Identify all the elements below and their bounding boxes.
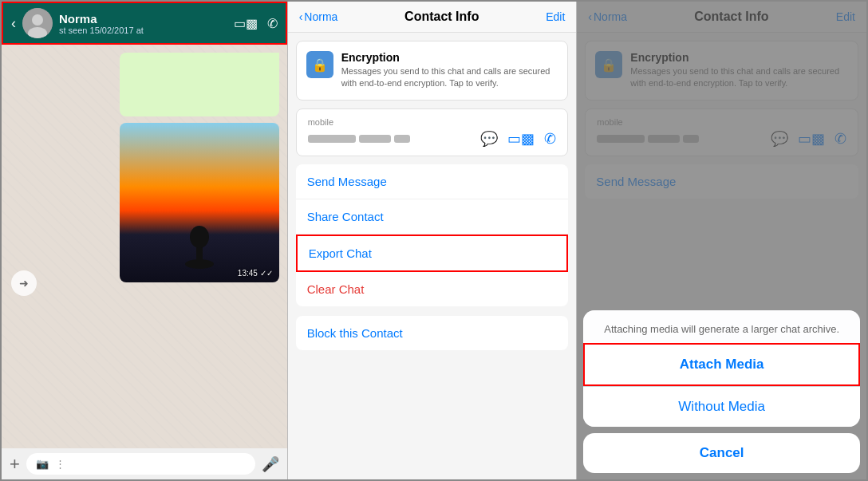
back-to-chat-link[interactable]: ‹ Norma <box>299 10 338 23</box>
contact-status: st seen 15/02/2017 at <box>59 26 227 35</box>
lock-icon: 🔒 <box>306 51 333 78</box>
encryption-title: Encryption <box>341 51 558 64</box>
image-timestamp: 13:45 ✓✓ <box>238 269 273 278</box>
svg-point-1 <box>32 14 43 26</box>
video-icon[interactable]: ▭▩ <box>507 130 535 148</box>
phone-content: 💬 ▭▩ ✆ <box>308 130 557 148</box>
export-chat-item[interactable]: Export Chat <box>296 235 569 272</box>
block-contact-section: Block this Contact <box>296 316 569 350</box>
phone-number-blurred <box>308 135 410 143</box>
modal-box-wrapper: Attaching media will generate a larger c… <box>577 310 866 479</box>
mic-icon[interactable]: 🎤 <box>262 455 279 473</box>
phone-row: mobile 💬 ▭▩ ✆ <box>296 108 569 156</box>
chat-image-content <box>120 123 279 282</box>
menu-dots-icon[interactable]: ⋮ <box>55 458 65 470</box>
export-options-modal: Attaching media will generate a larger c… <box>583 310 860 427</box>
call-icon[interactable]: ✆ <box>544 130 556 148</box>
menu-section: Send Message Share Contact Export Chat C… <box>296 164 569 306</box>
chat-header: ‹ Norma st seen 15/02/2017 at ▭▩ ✆ <box>2 2 287 45</box>
contact-info-panel: ‹ Norma Contact Info Edit 🔒 Encryption M… <box>288 2 578 479</box>
block-contact-item[interactable]: Block this Contact <box>296 316 569 350</box>
chat-panel: ‹ Norma st seen 15/02/2017 at ▭▩ ✆ <box>2 2 288 479</box>
contact-info-modal-panel: ‹ Norma Contact Info Edit 🔒 Encryption M… <box>577 2 866 479</box>
chat-image-bubble: 13:45 ✓✓ <box>120 123 279 282</box>
modal-description: Attaching media will generate a larger c… <box>583 310 860 343</box>
edit-button[interactable]: Edit <box>546 10 565 23</box>
phone-action-icons: 💬 ▭▩ ✆ <box>480 130 556 148</box>
chat-header-icons: ▭▩ ✆ <box>234 16 278 31</box>
blur-block-2 <box>359 135 391 143</box>
svg-point-5 <box>190 226 209 248</box>
blur-block-3 <box>394 135 410 143</box>
encryption-section[interactable]: 🔒 Encryption Messages you send to this c… <box>296 41 569 101</box>
clear-chat-item[interactable]: Clear Chat <box>296 272 569 306</box>
contact-name: Norma <box>59 12 227 26</box>
send-message-item[interactable]: Send Message <box>296 164 569 199</box>
without-media-button[interactable]: Without Media <box>583 386 860 427</box>
share-contact-item[interactable]: Share Contact <box>296 199 569 235</box>
contact-info-header: ‹ Norma Contact Info Edit <box>288 2 577 33</box>
chat-input-box: 📷 ⋮ <box>26 453 255 475</box>
phone-label: mobile <box>308 117 557 127</box>
video-call-icon[interactable]: ▭▩ <box>234 16 258 31</box>
message-icon[interactable]: 💬 <box>480 130 498 148</box>
contact-info-title: Contact Info <box>342 10 541 24</box>
encryption-desc: Messages you send to this chat and calls… <box>341 65 558 90</box>
blur-block-1 <box>308 135 356 143</box>
avatar <box>22 8 53 38</box>
cancel-button[interactable]: Cancel <box>583 433 860 473</box>
chat-input-bar: + 📷 ⋮ 🎤 <box>2 448 287 479</box>
chat-messages-area: 13:45 ✓✓ <box>2 45 287 448</box>
modal-overlay: Attaching media will generate a larger c… <box>577 2 866 479</box>
add-attachment-icon[interactable]: + <box>10 454 20 475</box>
back-arrow-icon[interactable]: ‹ <box>11 15 16 32</box>
phone-icon[interactable]: ✆ <box>267 16 278 31</box>
attach-media-button[interactable]: Attach Media <box>583 343 860 386</box>
camera-icon[interactable]: 📷 <box>36 458 49 470</box>
header-info: Norma st seen 15/02/2017 at <box>59 12 227 35</box>
encryption-text: Encryption Messages you send to this cha… <box>341 51 558 90</box>
forward-button[interactable]: ➜ <box>11 270 37 296</box>
chat-bubble-green <box>120 53 279 116</box>
silhouette-svg <box>168 207 231 270</box>
